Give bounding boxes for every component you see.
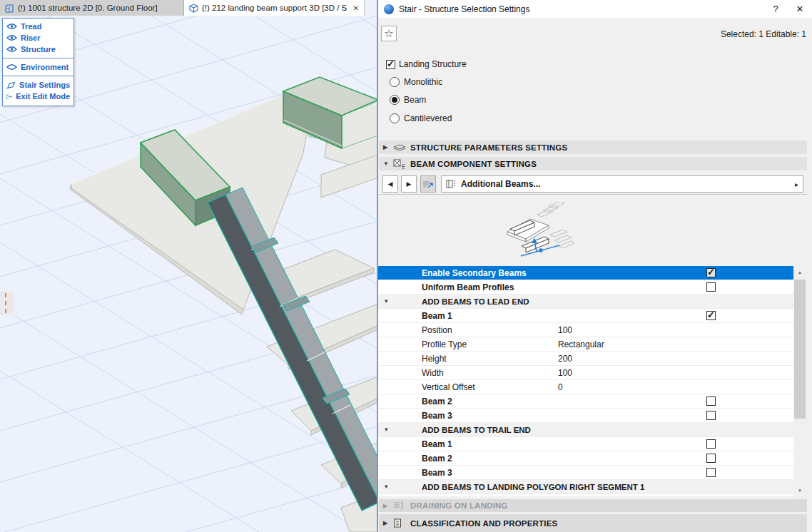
table-row[interactable]: Height200 — [378, 352, 793, 366]
section-structure-parameters[interactable]: ▶ STRUCTURE PARAMETERS SETTINGS — [379, 140, 807, 154]
palette-item-label: Structure — [21, 45, 56, 53]
eye-closed-icon — [6, 63, 17, 71]
beam-component-icon — [393, 159, 410, 169]
row-label: Width — [422, 368, 444, 378]
scrollbar-thumb[interactable] — [794, 280, 806, 419]
table-group-row[interactable]: ▾ADD BEAMS TO LANDING POLYGON RIGHT SEGM… — [378, 480, 793, 494]
row-label: Beam 2 — [422, 397, 452, 406]
collapse-triangle-icon[interactable]: ▾ — [385, 483, 388, 490]
palette-item-label: Tread — [21, 22, 41, 31]
palette-item-exit-edit-mode[interactable]: Exit Edit Mode — [3, 91, 73, 102]
row-label: Beam 2 — [422, 454, 452, 464]
close-button[interactable]: ✕ — [788, 0, 812, 19]
transfer-settings-button[interactable] — [420, 175, 436, 193]
table-row[interactable]: Beam 3 — [378, 466, 793, 480]
table-row[interactable]: Beam 2 — [378, 394, 793, 409]
section-beam-component[interactable]: ▼ BEAM COMPONENT SETTINGS — [379, 157, 807, 170]
row-label: Profile Type — [422, 339, 467, 349]
palette-item-label: Riser — [21, 34, 41, 42]
radio-beam[interactable]: Beam — [390, 94, 426, 106]
table-group-row[interactable]: ▾ADD BEAMS TO LEAD END — [378, 295, 793, 309]
palette-item-stair-settings[interactable]: Stair Settings — [3, 79, 73, 91]
right-arrow-icon: ▶ — [407, 180, 412, 188]
document-icon — [393, 518, 410, 528]
scroll-down-button[interactable]: ▼ — [793, 484, 806, 496]
scroll-down-icon: ▼ — [798, 488, 802, 493]
radio-monolithic[interactable]: Monolithic — [390, 76, 442, 88]
palette-item-riser[interactable]: Riser — [3, 32, 73, 44]
prev-beam-button[interactable]: ◀ — [382, 175, 398, 193]
row-checkbox[interactable] — [706, 454, 716, 463]
tab-1001-structure-2d[interactable]: (!) 1001 structure 2D [0. Ground Floor] — [0, 0, 184, 16]
group-label: ADD BEAMS TO TRAIL END — [422, 426, 531, 434]
section-classification[interactable]: ▶ CLASSIFICATION AND PROPERTIES — [379, 514, 807, 532]
table-row[interactable]: Beam 3 — [378, 409, 793, 423]
table-row[interactable]: Beam 1 — [378, 437, 793, 451]
collapse-triangle-icon[interactable]: ▶ — [383, 503, 393, 509]
view-tab-bar: (!) 1001 structure 2D [0. Ground Floor] … — [0, 0, 365, 16]
collapse-triangle-icon[interactable]: ▼ — [383, 160, 393, 167]
row-checkbox[interactable] — [706, 411, 716, 420]
slab-icon — [393, 144, 410, 151]
table-scrollbar[interactable]: ▲ ▼ — [793, 266, 806, 496]
beam-part-dropdown[interactable]: Additional Beams... ▸ — [441, 175, 803, 193]
3d-viewport[interactable]: (!) 1001 structure 2D [0. Ground Floor] … — [0, 0, 378, 532]
tab-label: (!) 212 landing beam support 3D [3D / Se… — [202, 4, 347, 12]
radio-cantilevered[interactable]: Cantilevered — [390, 113, 452, 124]
row-label: Height — [422, 354, 447, 364]
handle-grip-icon — [5, 293, 6, 313]
dropdown-arrow-icon: ▸ — [795, 180, 798, 188]
row-checkbox[interactable] — [706, 282, 716, 292]
draining-icon — [393, 501, 410, 510]
collapse-triangle-icon[interactable]: ▾ — [385, 297, 388, 305]
tab-212-landing-beam-support-3d[interactable]: (!) 212 landing beam support 3D [3D / Se… — [184, 0, 365, 16]
tab-close-icon[interactable]: ✕ — [353, 4, 359, 12]
row-value[interactable]: Rectangular — [558, 339, 604, 349]
row-value[interactable]: 100 — [558, 368, 572, 378]
table-row[interactable]: Uniform Beam Profiles — [378, 280, 793, 295]
table-row[interactable]: Profile TypeRectangular — [378, 337, 793, 352]
palette-dock-handle[interactable] — [0, 291, 14, 315]
dialog-title-bar[interactable]: Stair - Structure Selection Settings ? ✕ — [378, 0, 812, 19]
scroll-up-button[interactable]: ▲ — [793, 266, 806, 278]
row-checkbox[interactable] — [706, 397, 716, 406]
radio-label: Monolithic — [404, 77, 442, 87]
beam-table-rows: Enable Secondary BeamsUniform Beam Profi… — [378, 266, 793, 496]
row-value[interactable]: 200 — [558, 354, 572, 364]
row-label: Enable Secondary Beams — [422, 268, 527, 278]
collapse-triangle-icon[interactable]: ▾ — [385, 426, 388, 433]
favorites-button[interactable]: ☆ — [381, 26, 397, 41]
radio-button[interactable] — [390, 77, 400, 87]
next-beam-button[interactable]: ▶ — [401, 175, 417, 193]
collapse-triangle-icon[interactable]: ▶ — [383, 144, 393, 150]
palette-item-tread[interactable]: Tread — [3, 21, 73, 32]
table-row[interactable]: Beam 1 — [378, 309, 793, 323]
dropdown-label: Additional Beams... — [461, 179, 540, 189]
row-label: Beam 3 — [422, 468, 452, 478]
table-row[interactable]: Position100 — [378, 323, 793, 337]
row-checkbox[interactable] — [706, 268, 716, 277]
row-value[interactable]: 0 — [558, 382, 563, 392]
beam-profile-icon — [446, 180, 456, 188]
row-checkbox[interactable] — [706, 468, 716, 477]
landing-structure-checkbox[interactable] — [386, 60, 395, 69]
table-row[interactable]: Enable Secondary Beams — [378, 266, 793, 280]
collapse-triangle-icon[interactable]: ▶ — [383, 520, 393, 526]
palette-item-structure[interactable]: Structure — [3, 44, 73, 55]
table-group-row[interactable]: ▾ADD BEAMS TO TRAIL END — [378, 423, 793, 437]
stair-settings-icon — [6, 81, 16, 89]
table-row[interactable]: Width100 — [378, 366, 793, 380]
table-row[interactable]: Beam 2 — [378, 451, 793, 466]
radio-button[interactable] — [390, 95, 400, 105]
row-value[interactable]: 100 — [558, 325, 572, 335]
palette-item-environment[interactable]: Environment — [3, 61, 73, 73]
row-checkbox[interactable] — [706, 311, 716, 320]
help-button[interactable]: ? — [763, 0, 788, 19]
section-draining[interactable]: ▶ DRAINING ON LANDING — [379, 499, 807, 512]
palette-divider — [3, 58, 73, 58]
radio-button[interactable] — [390, 113, 400, 123]
landing-structure-row[interactable]: Landing Structure — [386, 58, 467, 70]
row-checkbox[interactable] — [706, 439, 716, 449]
beam-settings-table: Enable Secondary BeamsUniform Beam Profi… — [378, 266, 806, 496]
table-row[interactable]: Vertical Offset0 — [378, 380, 793, 394]
